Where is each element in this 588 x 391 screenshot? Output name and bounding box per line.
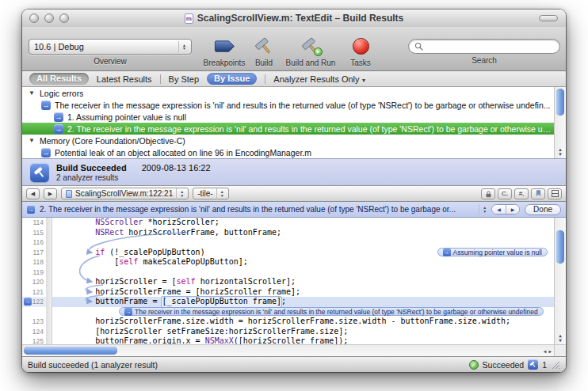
result-row[interactable]: ▼Logic errors — [22, 87, 554, 99]
line-number[interactable]: 116 — [22, 237, 46, 248]
bookmark-button[interactable] — [531, 188, 545, 199]
result-row[interactable]: →2. The receiver in the message expressi… — [22, 123, 554, 135]
filter-all-results[interactable]: All Results — [29, 73, 89, 85]
code-segment: ([horizScroller frame]); — [234, 336, 349, 344]
result-row[interactable]: →The receiver in the message expression … — [22, 99, 554, 111]
code-text: horizScroller = [self horizontalScroller… — [52, 277, 554, 287]
status-succeeded-label: Succeeded — [483, 360, 525, 370]
included-files-button[interactable]: #, — [514, 188, 529, 199]
code-line[interactable]: 119 — [22, 268, 554, 278]
line-number[interactable]: 122→ — [22, 297, 46, 307]
code-text: if (!_scalePopUpButton)→Assuming pointer… — [52, 248, 554, 258]
history-forward-button[interactable]: ▶ — [44, 188, 57, 199]
analyzer-results-only-popup[interactable]: Analyzer Results Only▼ — [273, 74, 366, 84]
result-row[interactable]: →Potential leak of an object allocated o… — [22, 146, 554, 158]
hammer-icon — [254, 36, 273, 56]
scope-bar: All Results Latest Results By Step By Is… — [22, 71, 566, 87]
code-line[interactable]: 115 NSRect horizScrollerFrame, buttonFra… — [22, 228, 554, 238]
filter-by-step[interactable]: By Step — [169, 74, 200, 84]
results-scrollbar[interactable]: ▲ ▼ — [554, 87, 566, 158]
line-number-blank — [22, 307, 46, 317]
code-line[interactable]: 116 — [22, 237, 554, 248]
scroll-down-icon[interactable]: ▼ — [559, 338, 562, 343]
scrollbar-arrows[interactable]: ▲ ▼ — [555, 147, 566, 157]
scrollbar-arrows[interactable]: ◀ ▶ — [544, 345, 552, 356]
results-list: ▼Logic errors→The receiver in the messag… — [22, 87, 554, 158]
success-check-icon: ✓ — [469, 360, 479, 370]
result-row[interactable]: →1. Assuming pointer value is null — [22, 111, 554, 123]
code-segment: self — [177, 277, 196, 287]
counterpart-button[interactable]: C, — [498, 188, 512, 199]
code-segment — [57, 248, 95, 258]
annotation-text: Assuming pointer value is null — [453, 248, 542, 258]
code-line[interactable]: 121 horizScrollerFrame = [horizScroller … — [22, 287, 554, 298]
line-number[interactable]: 123 — [22, 317, 46, 327]
search-input[interactable] — [408, 39, 560, 54]
code-line[interactable]: 118 [self makeScalePopUpButton]; — [22, 257, 554, 268]
build-and-run-button[interactable]: Build and Run — [280, 27, 342, 70]
line-number[interactable]: 120 — [22, 277, 46, 287]
build-and-run-label: Build and Run — [286, 59, 336, 67]
build-button[interactable]: Build — [246, 27, 282, 70]
code-text: NSRect horizScrollerFrame, buttonFrame; — [52, 228, 554, 238]
analyzer-badge-icon[interactable] — [528, 359, 538, 370]
line-number[interactable]: 124 — [22, 327, 46, 337]
line-number[interactable]: 119 — [22, 268, 46, 278]
result-row[interactable]: ▼Memory (Core Foundation/Objective-C) — [22, 135, 554, 146]
file-icon — [66, 190, 72, 198]
code-line[interactable]: 117 if (!_scalePopUpButton)→Assuming poi… — [22, 248, 554, 258]
code-line[interactable]: 123 horizScrollerFrame.size.width = hori… — [22, 317, 554, 327]
scrollbar-thumb[interactable] — [556, 230, 564, 264]
code-line[interactable]: 124 [horizScroller setFrameSize:horizScr… — [22, 327, 554, 337]
line-number[interactable]: 117 — [22, 248, 46, 258]
scrollbar-arrows[interactable]: ▲ ▼ — [555, 333, 566, 343]
filter-latest-results[interactable]: Latest Results — [97, 74, 152, 84]
next-issue-button[interactable]: ▶ — [506, 205, 519, 214]
code-lines: 114 NSScroller *horizScroller;115 NSRect… — [22, 218, 554, 344]
disclosure-triangle-icon[interactable]: ▼ — [28, 137, 36, 144]
annotation-text: The receiver in the message expression i… — [135, 307, 538, 317]
resize-grip-icon[interactable] — [551, 360, 560, 370]
build-status-title: Build Succeeded — [56, 163, 127, 173]
breakpoints-button[interactable]: Breakpoints — [196, 27, 253, 70]
tasks-button[interactable]: Tasks — [343, 27, 378, 70]
file-popup[interactable]: ScalingScrollView.m:122:21 ▲▼ — [61, 188, 189, 199]
disclosure-triangle-icon[interactable]: ▼ — [28, 89, 36, 97]
method-popup[interactable]: -tile- ▲▼ — [193, 188, 228, 199]
scroll-down-icon[interactable]: ▼ — [558, 152, 563, 157]
split-editor-button[interactable] — [548, 188, 562, 199]
breakpoint-arrow-icon — [214, 40, 235, 53]
toolbar-toggle-button[interactable] — [539, 15, 558, 21]
editor-horizontal-scrollbar[interactable]: ◀ ▶ — [22, 344, 554, 356]
scrollbar-thumb[interactable] — [556, 89, 564, 116]
breakpoints-label: Breakpoints — [204, 59, 246, 67]
line-number[interactable]: 115 — [22, 228, 46, 238]
code-line[interactable]: 125 buttonFrame.origin.x = NSMaxX([horiz… — [22, 336, 554, 344]
code-editor[interactable]: 114 NSScroller *horizScroller;115 NSRect… — [22, 218, 566, 356]
scroll-left-icon[interactable]: ◀ — [544, 348, 547, 354]
history-back-button[interactable]: ◀ — [26, 188, 40, 199]
code-segment: NSRect — [95, 228, 124, 238]
result-label: Potential leak of an object allocated on… — [55, 148, 311, 158]
overview-popup[interactable]: 10.6 | Debug ▲▼ — [29, 39, 192, 55]
line-number[interactable]: 114 — [22, 218, 46, 228]
code-line[interactable]: 120 horizScroller = [self horizontalScro… — [22, 277, 554, 287]
scroll-right-icon[interactable]: ▶ — [548, 348, 552, 354]
line-number[interactable]: 121 — [22, 287, 46, 298]
code-line[interactable]: 122→ buttonFrame = [_scalePopUpButton fr… — [22, 297, 554, 307]
done-button[interactable]: Done — [525, 204, 561, 215]
issue-stepper: ◀ ▶ — [491, 204, 520, 214]
code-line[interactable]: 114 NSScroller *horizScroller; — [22, 218, 554, 228]
gutter-ribbon — [46, 317, 52, 327]
line-number[interactable]: 118 — [22, 257, 46, 268]
scrollbar-thumb[interactable] — [24, 347, 117, 355]
code-segment — [57, 228, 95, 238]
status-message: Build succeeded (1 analyzer result) — [28, 360, 465, 370]
filter-by-issue[interactable]: By Issue — [207, 73, 257, 85]
line-number[interactable]: 125 — [22, 336, 46, 344]
analyzer-issue-icon: → — [41, 101, 51, 110]
editor-vertical-scrollbar[interactable]: ▲ ▼ — [554, 218, 566, 344]
gutter-ribbon — [46, 327, 52, 337]
lock-icon[interactable] — [481, 188, 495, 199]
previous-issue-button[interactable]: ◀ — [492, 205, 506, 214]
